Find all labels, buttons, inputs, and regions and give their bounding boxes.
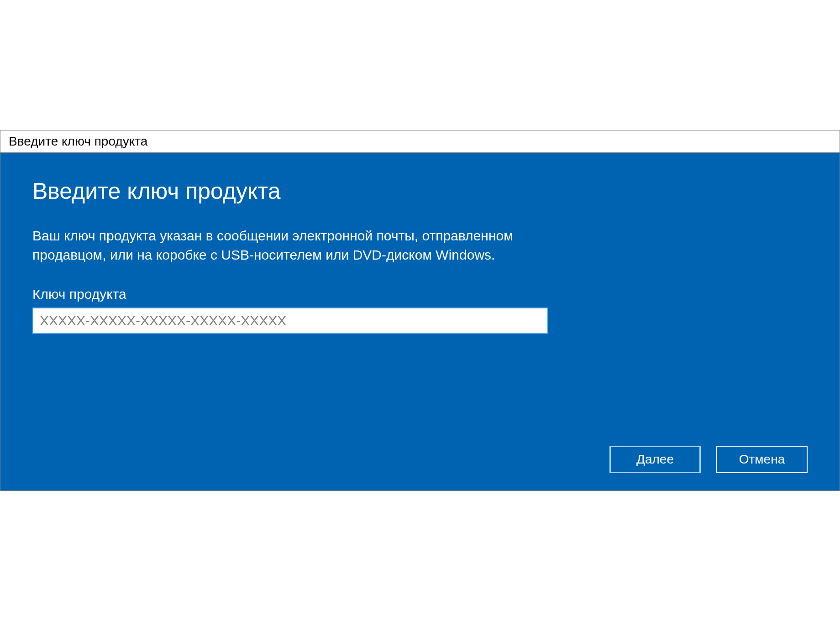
window-title: Введите ключ продукта — [9, 134, 147, 148]
next-button[interactable]: Далее — [609, 446, 701, 473]
product-key-input[interactable] — [32, 307, 548, 334]
dialog-description: Ваш ключ продукта указан в сообщении эле… — [32, 226, 580, 265]
product-key-dialog: Введите ключ продукта Введите ключ проду… — [0, 130, 840, 491]
cancel-button[interactable]: Отмена — [716, 446, 808, 473]
dialog-body: Введите ключ продукта Ваш ключ продукта … — [0, 153, 840, 490]
dialog-button-row: Далее Отмена — [609, 446, 808, 473]
window-title-bar: Введите ключ продукта — [0, 130, 840, 153]
dialog-heading: Введите ключ продукта — [32, 178, 808, 204]
product-key-label: Ключ продукта — [32, 287, 808, 302]
